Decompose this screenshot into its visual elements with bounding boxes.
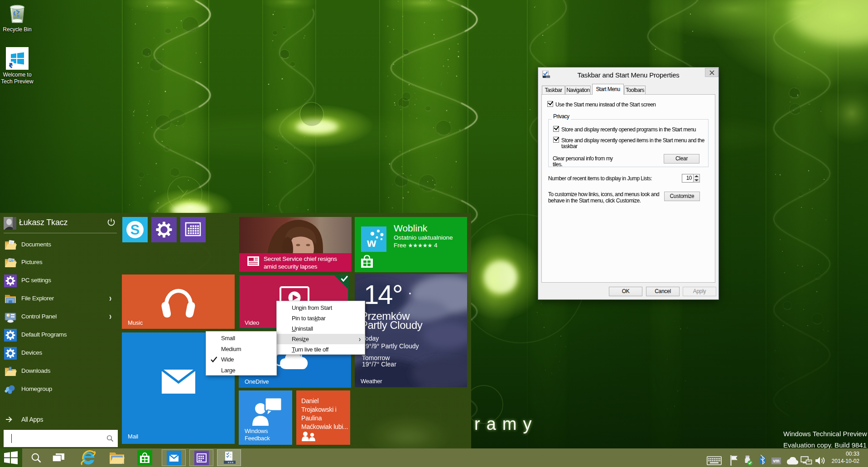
svg-text:19°/9° Partly Cloudy: 19°/9° Partly Cloudy [362, 342, 419, 350]
svg-text:Secret Service chief resigns: Secret Service chief resigns [264, 255, 337, 262]
svg-text:w: w [366, 236, 376, 250]
svg-text:Partly Cloudy: Partly Cloudy [361, 319, 423, 331]
svg-text:Free ★★★★★ 4: Free ★★★★★ 4 [394, 242, 438, 249]
svg-text:19°/7° Clear: 19°/7° Clear [362, 361, 396, 368]
svg-text:14°: 14° [364, 279, 402, 310]
svg-text:amid security lapses: amid security lapses [264, 263, 318, 270]
svg-text:Woblink: Woblink [394, 223, 428, 233]
svg-text:Ostatnio uaktualnione: Ostatnio uaktualnione [394, 234, 453, 241]
svg-text:S: S [130, 222, 140, 238]
